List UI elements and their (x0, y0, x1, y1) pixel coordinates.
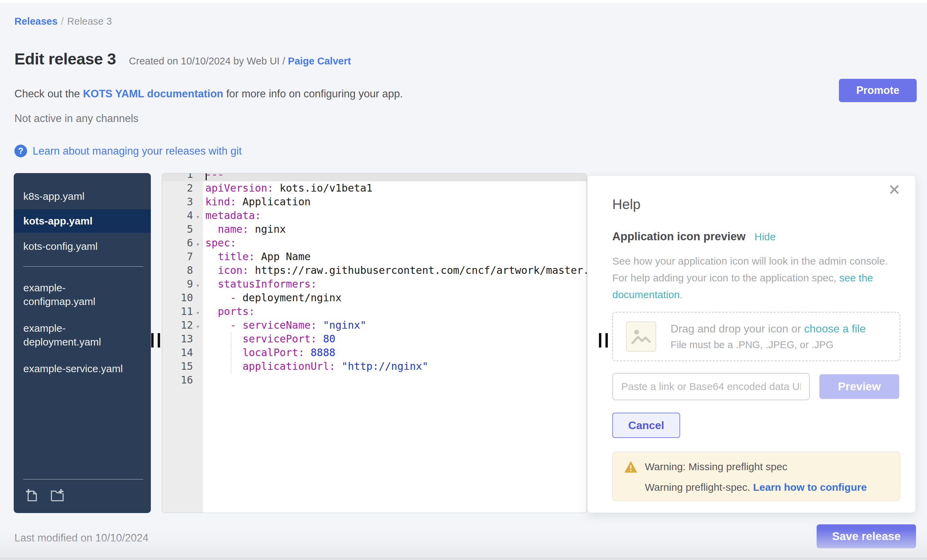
yaml-code-editor[interactable]: 1---2apiVersion: kots.io/v1beta13kind: A… (162, 173, 587, 513)
token-plain (205, 305, 218, 317)
file-tree-groups: k8s-app.yamlkots-app.yamlkots-config.yam… (14, 173, 151, 378)
code-line-4: 4▾metadata: (162, 209, 587, 222)
warning-title: Warning: Missing preflight spec (645, 461, 867, 473)
token-key: metadata: (205, 209, 261, 222)
panel-resize-handle-right[interactable] (599, 333, 608, 348)
code-line-16: 16 (162, 373, 587, 387)
warning-body: Warning preflight-spec. (645, 481, 753, 493)
token-key: ports: (218, 305, 255, 317)
intro-post: for more info on configuring your app. (223, 88, 403, 100)
resize-bar (605, 333, 608, 348)
code-text: metadata: (205, 209, 261, 222)
git-help-row[interactable]: ? Learn about managing your releases wit… (14, 145, 242, 157)
description-suffix: . (680, 289, 682, 300)
dropzone-instruction: Drag and drop your icon or (670, 322, 804, 335)
token-plain (205, 360, 242, 372)
token-plain: nginx (249, 223, 286, 235)
add-file-icon[interactable] (24, 487, 40, 504)
line-number: 7 (162, 250, 193, 264)
line-number: 8 (162, 264, 193, 277)
code-text: apiVersion: kots.io/v1beta1 (205, 182, 373, 194)
help-panel: ✕ Help Application icon preview Hide See… (587, 175, 916, 513)
kots-yaml-doc-link[interactable]: KOTS YAML documentation (83, 88, 223, 100)
resize-bar (158, 333, 160, 348)
created-meta: Created on 10/10/2024 by Web UI / Paige … (129, 56, 351, 67)
file-tree-footer (14, 479, 151, 513)
file-tree-item-k8s-app.yaml[interactable]: k8s-app.yaml (14, 187, 151, 206)
icon-url-row: Preview (612, 373, 899, 400)
token-key: kind: (205, 196, 236, 208)
file-tree-actions (14, 480, 151, 513)
file-tree-divider (23, 266, 143, 267)
line-number: 3 (162, 195, 193, 209)
breadcrumb: Releases/Release 3 (14, 16, 112, 27)
file-tree-item-kots-app.yaml[interactable]: kots-app.yaml (14, 209, 151, 233)
line-number: 10 (162, 291, 193, 305)
code-text: --- (205, 173, 224, 180)
code-text: spec: (205, 237, 236, 249)
token-plain (205, 291, 230, 304)
code-line-6: 6▾spec: (162, 236, 587, 250)
help-panel-title: Help (612, 197, 899, 212)
file-tree-item-example-service.yaml[interactable]: example-service.yaml (14, 359, 151, 378)
fold-arrow-icon[interactable]: ▾ (193, 278, 203, 292)
file-tree-group: example-configmap.yamlexample-deployment… (14, 278, 151, 378)
fold-arrow-icon[interactable]: ▾ (193, 237, 203, 251)
learn-configure-link[interactable]: Learn how to configure (753, 481, 867, 493)
token-key: name: (218, 223, 249, 235)
line-number: 1 (162, 173, 193, 181)
fold-arrow-icon[interactable]: ▾ (193, 306, 203, 319)
icon-preview-section-header: Application icon preview Hide (612, 230, 899, 243)
hide-link[interactable]: Hide (755, 231, 776, 243)
add-folder-icon[interactable] (49, 487, 65, 504)
breadcrumb-releases-link[interactable]: Releases (14, 16, 58, 27)
dropzone-hint: File must be a .PNG, .JPEG, or .JPG (670, 339, 866, 351)
file-tree-item-example-configmap.yaml[interactable]: example-configmap.yaml (14, 278, 151, 311)
save-release-button[interactable]: Save release (817, 524, 916, 548)
fold-arrow-icon[interactable]: ▾ (193, 210, 203, 223)
line-number: 11 (162, 305, 193, 319)
close-icon[interactable]: ✕ (888, 182, 901, 197)
line-number: 6 (162, 236, 193, 250)
icon-dropzone[interactable]: Drag and drop your icon or choose a file… (612, 312, 900, 361)
created-author-link[interactable]: Paige Calvert (288, 56, 351, 67)
code-line-14: 14 localPort: 8888 (162, 346, 587, 360)
code-text: ports: (205, 305, 255, 317)
token-number: 80 (317, 333, 335, 345)
token-plain (205, 223, 218, 235)
code-line-12: 12▾ - serviceName: "nginx" (162, 319, 587, 332)
file-tree-sidebar: k8s-app.yamlkots-app.yamlkots-config.yam… (14, 173, 151, 513)
token-string: "http://nginx" (335, 360, 428, 372)
preview-button[interactable]: Preview (819, 374, 899, 399)
code-line-10: 10 - deployment/nginx (162, 291, 587, 305)
token-plain: kots.io/v1beta1 (274, 182, 373, 194)
promote-button[interactable]: Promote (839, 79, 917, 102)
code-text: statusInformers: (205, 278, 317, 290)
choose-file-link[interactable]: choose a file (804, 322, 866, 335)
code-line-7: 7 title: App Name (162, 250, 587, 264)
line-number: 16 (162, 373, 193, 387)
git-help-link[interactable]: Learn about managing your releases with … (33, 145, 242, 157)
code-line-2: 2apiVersion: kots.io/v1beta1 (162, 181, 587, 195)
line-number: 12 (162, 319, 193, 332)
file-tree-item-kots-config.yaml[interactable]: kots-config.yaml (14, 237, 151, 256)
code-text: name: nginx (205, 223, 286, 235)
token-key: serviceName: (242, 319, 317, 331)
cancel-button[interactable]: Cancel (612, 413, 680, 438)
dropzone-text: Drag and drop your icon or choose a file… (670, 322, 866, 351)
title-row: Edit release 3 Created on 10/10/2024 by … (14, 49, 351, 68)
line-number: 15 (162, 360, 193, 373)
code-line-8: 8 icon: https://raw.githubusercontent.co… (162, 264, 587, 277)
breadcrumb-current: Release 3 (67, 16, 112, 27)
fold-arrow-icon[interactable]: ▾ (193, 319, 203, 333)
intro-pre: Check out the (14, 88, 83, 100)
token-plain (205, 264, 218, 276)
token-key: --- (205, 173, 224, 180)
code-line-5: 5 name: nginx (162, 222, 587, 236)
line-number: 4 (162, 209, 193, 222)
panel-resize-handle-left[interactable] (151, 333, 160, 348)
file-tree-item-example-deployment.yaml[interactable]: example-deployment.yaml (14, 319, 151, 352)
icon-preview-title: Application icon preview (612, 230, 746, 243)
icon-url-input[interactable] (612, 373, 810, 400)
line-number: 9 (162, 277, 193, 291)
